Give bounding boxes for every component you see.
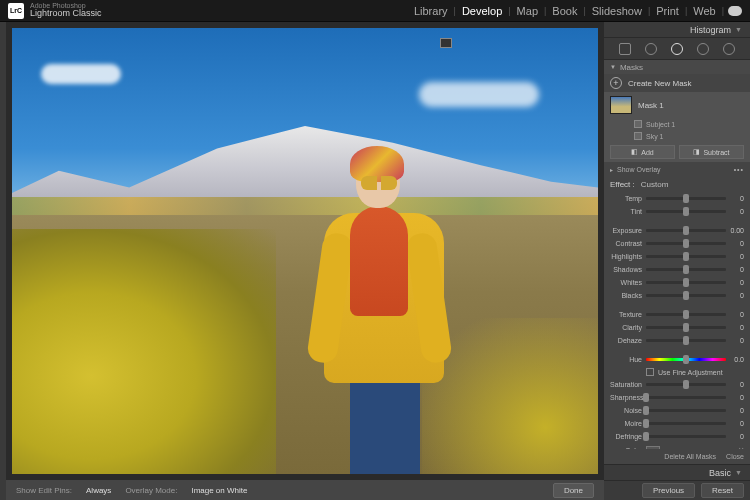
slider-defringe[interactable]: Defringe0: [610, 431, 744, 442]
slider-knob[interactable]: [683, 226, 689, 235]
mask-pin-icon[interactable]: [440, 38, 452, 48]
app-logo: LrC: [8, 3, 24, 19]
chevron-down-icon: ▼: [735, 26, 742, 33]
edit-pins-dropdown[interactable]: Always: [86, 486, 111, 495]
canvas-area: Show Edit Pins: Always Overlay Mode: Ima…: [6, 22, 604, 500]
overlay-options-icon[interactable]: •••: [734, 166, 744, 173]
brand-large: Lightroom Classic: [30, 9, 102, 19]
slider-exposure[interactable]: Exposure0.00: [610, 225, 744, 236]
slider-texture[interactable]: Texture0: [610, 309, 744, 320]
slider-noise[interactable]: Noise0: [610, 405, 744, 416]
slider-saturation[interactable]: Saturation0: [610, 379, 744, 390]
delete-all-masks-button[interactable]: Delete All Masks: [664, 453, 716, 460]
chevron-down-icon: ▼: [610, 64, 616, 70]
module-web[interactable]: Web: [687, 5, 721, 17]
slider-knob[interactable]: [683, 355, 689, 364]
edit-pins-label: Show Edit Pins:: [16, 486, 72, 495]
slider-knob[interactable]: [683, 194, 689, 203]
slider-highlights[interactable]: Highlights0: [610, 251, 744, 262]
mask-name-label: Mask 1: [638, 101, 664, 110]
chevron-down-icon: ▼: [735, 469, 742, 476]
add-icon: ◧: [631, 148, 638, 156]
slider-tint[interactable]: Tint0: [610, 206, 744, 217]
slider-hue[interactable]: Hue 0.0: [610, 354, 744, 365]
mask-item[interactable]: Mask 1: [604, 92, 750, 118]
mask-add-button[interactable]: ◧Add: [610, 145, 675, 159]
slider-knob[interactable]: [683, 265, 689, 274]
slider-knob[interactable]: [683, 336, 689, 345]
slider-moire[interactable]: Moire0: [610, 418, 744, 429]
slider-sharpness[interactable]: Sharpness0: [610, 392, 744, 403]
photo-preview: [12, 28, 598, 474]
top-bar: LrC Adobe Photoshop Lightroom Classic Li…: [0, 0, 750, 22]
settings-icon[interactable]: [723, 43, 735, 55]
mask-subtract-button[interactable]: ◨Subtract: [679, 145, 744, 159]
overlay-mode-label: Overlay Mode:: [125, 486, 177, 495]
slider-knob[interactable]: [643, 406, 649, 415]
slider-dehaze[interactable]: Dehaze0: [610, 335, 744, 346]
mask-component-subject[interactable]: Subject 1: [604, 118, 750, 130]
histogram-panel-header[interactable]: Histogram▼: [604, 22, 750, 38]
slider-contrast[interactable]: Contrast0: [610, 238, 744, 249]
basic-panel-header[interactable]: Basic▼: [604, 464, 750, 480]
app-brand: Adobe Photoshop Lightroom Classic: [30, 2, 102, 20]
right-panels: Histogram▼ ▼ Masks + Create New Mask Mas…: [604, 22, 750, 500]
slider-shadows[interactable]: Shadows0: [610, 264, 744, 275]
slider-knob[interactable]: [683, 278, 689, 287]
done-button[interactable]: Done: [553, 483, 594, 498]
slider-knob[interactable]: [683, 310, 689, 319]
masks-panel-header[interactable]: ▼ Masks: [604, 60, 750, 74]
slider-knob[interactable]: [683, 252, 689, 261]
mask-tool-icon[interactable]: [671, 43, 683, 55]
crop-tool-icon[interactable]: [619, 43, 631, 55]
module-slideshow[interactable]: Slideshow: [586, 5, 648, 17]
chevron-right-icon: ▸: [610, 166, 613, 173]
redeye-tool-icon[interactable]: [697, 43, 709, 55]
heal-tool-icon[interactable]: [645, 43, 657, 55]
mask-thumbnail: [610, 96, 632, 114]
subtract-icon: ◨: [693, 148, 700, 156]
slider-knob[interactable]: [643, 432, 649, 441]
module-map[interactable]: Map: [511, 5, 544, 17]
slider-knob[interactable]: [683, 239, 689, 248]
module-develop[interactable]: Develop: [456, 5, 508, 17]
overlay-mode-dropdown[interactable]: Image on White: [191, 486, 247, 495]
slider-whites[interactable]: Whites0: [610, 277, 744, 288]
cloud-sync-icon[interactable]: [728, 6, 742, 16]
tool-strip: [604, 38, 750, 60]
close-masks-button[interactable]: Close: [726, 453, 744, 460]
subject-icon: [634, 120, 642, 128]
module-print[interactable]: Print: [650, 5, 685, 17]
previous-button[interactable]: Previous: [642, 483, 695, 498]
mask-component-sky[interactable]: Sky 1: [604, 130, 750, 142]
canvas-toolbar: Show Edit Pins: Always Overlay Mode: Ima…: [6, 480, 604, 500]
show-overlay-toggle[interactable]: ▸ Show Overlay •••: [604, 162, 750, 176]
module-library[interactable]: Library: [408, 5, 454, 17]
image-canvas[interactable]: [12, 28, 598, 474]
adjustment-sliders: Effect : Custom Temp0Tint0Exposure0.00Co…: [604, 176, 750, 449]
slider-knob[interactable]: [643, 419, 649, 428]
fine-adjustment-checkbox[interactable]: Use Fine Adjustment: [610, 368, 744, 376]
slider-knob[interactable]: [643, 393, 649, 402]
slider-knob[interactable]: [683, 323, 689, 332]
slider-knob[interactable]: [683, 207, 689, 216]
create-new-mask-button[interactable]: + Create New Mask: [604, 74, 750, 92]
module-book[interactable]: Book: [546, 5, 583, 17]
slider-blacks[interactable]: Blacks0: [610, 290, 744, 301]
module-picker: Library| Develop| Map| Book| Slideshow| …: [408, 5, 742, 17]
checkbox-icon: [646, 368, 654, 376]
effect-label: Effect :: [610, 180, 635, 189]
reset-button[interactable]: Reset: [701, 483, 744, 498]
sky-icon: [634, 132, 642, 140]
slider-clarity[interactable]: Clarity0: [610, 322, 744, 333]
slider-knob[interactable]: [683, 291, 689, 300]
slider-knob[interactable]: [683, 380, 689, 389]
hue-track[interactable]: [646, 358, 726, 361]
slider-temp[interactable]: Temp0: [610, 193, 744, 204]
plus-icon: +: [610, 77, 622, 89]
effect-preset-dropdown[interactable]: Custom: [641, 180, 669, 189]
